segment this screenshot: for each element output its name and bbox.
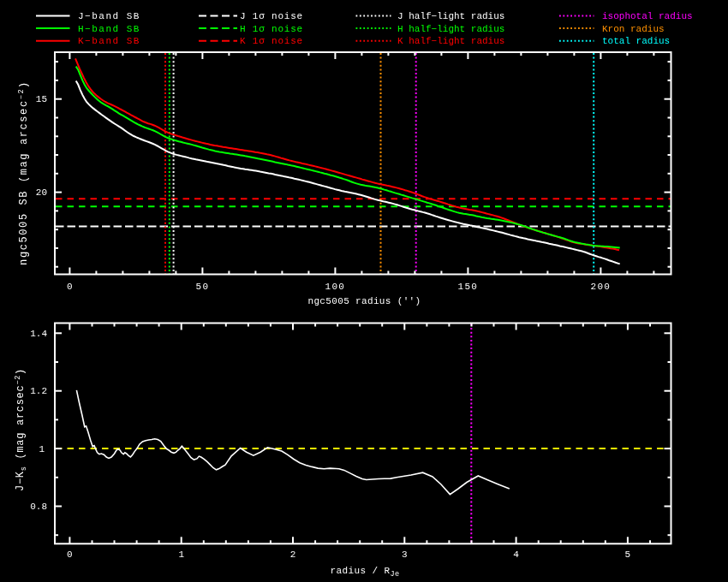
svg-text:1.2: 1.2 xyxy=(30,386,47,396)
svg-text:ngc5005 SB (mag arcsec−2): ngc5005 SB (mag arcsec−2) xyxy=(17,80,30,265)
svg-text:15: 15 xyxy=(36,94,47,104)
svg-text:J 1σ noise: J 1σ noise xyxy=(240,11,303,21)
svg-text:5: 5 xyxy=(625,549,631,560)
svg-text:J−Ks (mag arcsec−2): J−Ks (mag arcsec−2) xyxy=(14,368,28,491)
svg-text:radius / RJe: radius / RJe xyxy=(330,566,399,579)
svg-text:J−band SB: J−band SB xyxy=(78,11,140,21)
svg-text:1: 1 xyxy=(178,549,184,560)
svg-text:100: 100 xyxy=(325,282,346,292)
svg-text:50: 50 xyxy=(195,282,209,292)
svg-text:J half−light radius: J half−light radius xyxy=(397,11,504,21)
svg-text:4: 4 xyxy=(513,549,519,560)
svg-text:150: 150 xyxy=(458,282,479,292)
svg-text:K 1σ noise: K 1σ noise xyxy=(240,36,303,46)
svg-text:20: 20 xyxy=(36,187,47,198)
svg-text:200: 200 xyxy=(591,282,612,292)
svg-text:H 1σ noise: H 1σ noise xyxy=(240,24,303,34)
svg-text:Kron radius: Kron radius xyxy=(602,24,665,34)
svg-text:isophotal radius: isophotal radius xyxy=(602,11,693,21)
svg-text:0: 0 xyxy=(67,549,73,560)
svg-text:K−band SB: K−band SB xyxy=(78,36,140,46)
svg-text:2: 2 xyxy=(290,549,296,560)
svg-text:0.8: 0.8 xyxy=(30,502,47,512)
svg-text:1: 1 xyxy=(39,444,45,454)
svg-text:total radius: total radius xyxy=(602,36,670,46)
svg-text:1.4: 1.4 xyxy=(30,329,47,339)
svg-text:K half−light radius: K half−light radius xyxy=(397,36,504,46)
svg-text:0: 0 xyxy=(67,282,73,292)
svg-text:ngc5005 radius (''): ngc5005 radius ('') xyxy=(307,296,421,306)
svg-text:3: 3 xyxy=(402,549,408,560)
svg-text:H half−light radius: H half−light radius xyxy=(397,24,504,34)
svg-text:H−band SB: H−band SB xyxy=(78,24,140,34)
